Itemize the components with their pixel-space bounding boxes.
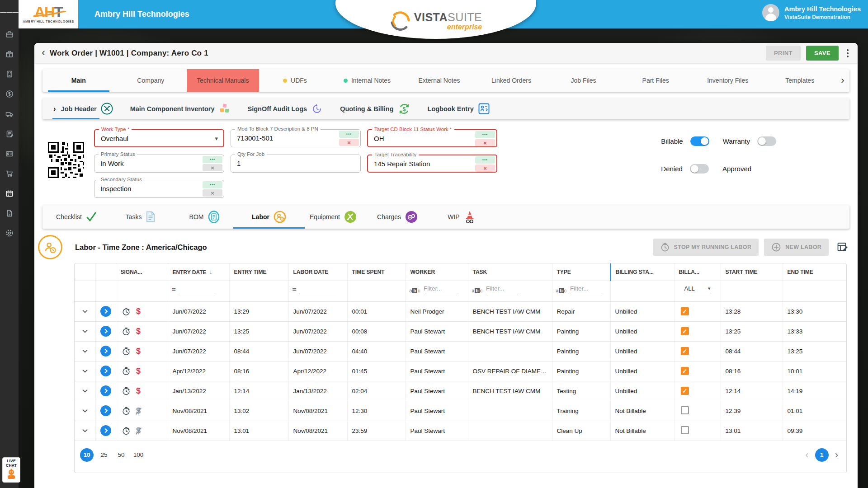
remove-button[interactable]: × <box>339 139 359 146</box>
dropdown-caret-icon[interactable]: ▾ <box>215 130 218 147</box>
expand-row-icon[interactable] <box>82 329 88 333</box>
more-options-button[interactable]: ••• <box>203 181 222 188</box>
work-type-field[interactable]: Work Type * Overhaul ▾ <box>94 129 224 147</box>
tab-checklist[interactable]: Checklist <box>44 205 108 229</box>
primary-status-field[interactable]: Primary Status In Work ••• × <box>94 155 224 173</box>
col-worker[interactable]: WORKER <box>406 263 468 281</box>
target-traceability-field[interactable]: Target Traceability 145 Repair Station •… <box>367 155 497 173</box>
tab-company[interactable]: Company <box>115 69 187 92</box>
col-time-spent[interactable]: TIME SPENT <box>347 263 406 281</box>
menu-icon[interactable] <box>0 0 19 24</box>
equals-filter-icon[interactable]: = <box>292 286 297 293</box>
billable-checkbox[interactable] <box>681 387 689 395</box>
col-billing-status[interactable]: BILLING STA... <box>610 263 674 281</box>
tab-internal-notes[interactable]: Internal Notes <box>331 69 403 92</box>
table-row[interactable]: Jun/07/2022 13:25 Jun/07/2022 00:08 Paul… <box>75 321 846 341</box>
aht-logo[interactable]: AHT AMBRY HILL TECHNOLOGIES <box>19 0 78 28</box>
col-labor-date[interactable]: LABOR DATE <box>288 263 347 281</box>
tab-external-notes[interactable]: External Notes <box>403 69 476 92</box>
customers-idcard-icon[interactable] <box>0 144 19 164</box>
target-cd-field[interactable]: Target CD Block 11 Status Work * OH ••• … <box>367 129 497 147</box>
entry-date-filter-input[interactable] <box>179 285 216 293</box>
task-filter-input[interactable]: Filter... <box>486 285 519 293</box>
jobs-briefcase-icon[interactable] <box>0 24 19 44</box>
page-size-50[interactable]: 50 <box>114 448 128 462</box>
col-type[interactable]: TYPE <box>552 263 610 281</box>
secondary-status-field[interactable]: Secondary Status Inspection ••• × <box>94 180 224 198</box>
current-page[interactable]: 1 <box>815 448 829 462</box>
worker-filter-input[interactable]: Filter... <box>424 285 456 293</box>
user-block[interactable]: Ambry Hill Technologies VistaSuite Demon… <box>762 4 861 21</box>
prev-page-icon[interactable]: ‹ <box>805 450 808 460</box>
table-row[interactable]: Jun/07/2022 13:29 Jun/07/2022 00:01 Neil… <box>75 301 846 321</box>
new-labor-button[interactable]: NEW LABOR <box>764 239 829 256</box>
work-orders-calendar-icon[interactable] <box>0 183 19 203</box>
invoices-document-icon[interactable] <box>0 203 19 223</box>
open-row-button[interactable] <box>100 366 111 376</box>
tab-main[interactable]: Main <box>42 69 115 92</box>
tab-labor[interactable]: Labor <box>237 205 301 229</box>
billable-filter-select[interactable]: ALL▾ <box>684 285 711 293</box>
expand-row-icon[interactable] <box>82 349 88 353</box>
tab-technical-manuals[interactable]: Technical Manuals <box>187 69 259 92</box>
billable-checkbox[interactable] <box>681 307 689 315</box>
tab-job-files[interactable]: Job Files <box>547 69 620 92</box>
labor-date-filter-input[interactable] <box>299 285 336 293</box>
page-size-25[interactable]: 25 <box>97 448 111 462</box>
tab-tasks[interactable]: Tasks <box>108 205 173 229</box>
page-size-100[interactable]: 100 <box>132 448 145 462</box>
subtab-logbook-entry[interactable]: Logbook Entry <box>428 98 490 119</box>
tab-part-files[interactable]: Part Files <box>619 69 692 92</box>
text-filter-abc-icon[interactable]: abc <box>410 288 420 294</box>
equals-filter-icon[interactable]: = <box>172 286 176 293</box>
purchasing-cart-icon[interactable] <box>0 164 19 183</box>
warranty-toggle[interactable] <box>757 136 776 146</box>
tab-udfs[interactable]: UDFs <box>259 69 331 92</box>
text-filter-abc-icon[interactable]: abc <box>556 288 567 294</box>
packages-box-icon[interactable] <box>0 44 19 64</box>
table-row[interactable]: Nov/08/2021 13:02 Nov/08/2021 12:30 Paul… <box>75 401 846 421</box>
work-scope-clipboard-icon[interactable] <box>0 124 19 144</box>
col-end-time[interactable]: END TIME <box>783 263 846 281</box>
denied-approved-toggle[interactable] <box>690 164 709 174</box>
settings-gear-icon[interactable] <box>0 223 19 243</box>
company-building-icon[interactable] <box>0 64 19 84</box>
billable-toggle[interactable] <box>690 136 709 146</box>
clear-button[interactable]: × <box>203 189 222 197</box>
billable-checkbox[interactable] <box>681 426 689 434</box>
expand-row-icon[interactable] <box>82 428 88 433</box>
open-row-button[interactable] <box>100 385 111 396</box>
expand-row-icon[interactable] <box>82 369 88 373</box>
col-entry-date[interactable]: ENTRY DATE↓ <box>168 263 229 281</box>
tab-equipment[interactable]: Equipment <box>301 205 365 229</box>
table-row[interactable]: Jun/07/2022 08:44 Jun/07/2022 04:40 Paul… <box>75 341 846 361</box>
expand-row-icon[interactable] <box>82 389 88 393</box>
tab-templates[interactable]: Templates <box>764 69 836 92</box>
more-options-button[interactable]: ••• <box>475 156 495 164</box>
table-row[interactable]: Apr/12/2022 08:16 Apr/12/2022 01:45 Paul… <box>75 361 846 381</box>
stop-running-labor-button[interactable]: STOP MY RUNNING LABOR <box>653 239 759 256</box>
print-button[interactable]: PRINT <box>766 46 801 61</box>
more-options-button[interactable]: ••• <box>475 131 495 138</box>
billable-checkbox[interactable] <box>681 327 689 335</box>
col-entry-time[interactable]: ENTRY TIME <box>229 263 288 281</box>
back-icon[interactable]: ‹ <box>42 46 45 59</box>
table-row[interactable]: Nov/08/2021 13:01 Nov/08/2021 23:59 Paul… <box>75 421 846 441</box>
billable-checkbox[interactable] <box>681 367 689 375</box>
type-filter-input[interactable]: Filter... <box>570 285 603 293</box>
col-signature[interactable]: SIGNA... <box>116 263 168 281</box>
expand-row-icon[interactable] <box>82 408 88 413</box>
save-button[interactable]: SAVE <box>806 46 839 61</box>
open-row-button[interactable] <box>100 346 111 357</box>
col-start-time[interactable]: START TIME <box>721 263 783 281</box>
billable-checkbox[interactable] <box>681 406 689 414</box>
more-options-button[interactable]: ••• <box>203 156 222 163</box>
open-row-button[interactable] <box>100 326 111 337</box>
qty-for-job-field[interactable]: Qty For Job 1 <box>231 155 361 173</box>
finance-dollar-icon[interactable] <box>0 84 19 104</box>
clear-button[interactable]: × <box>203 164 222 171</box>
next-page-icon[interactable]: › <box>835 450 838 460</box>
live-chat-widget[interactable]: LIVE CHAT <box>2 457 20 483</box>
remove-button[interactable]: × <box>475 139 495 146</box>
subtab-main-component-inventory[interactable]: Main Component Inventory <box>130 98 231 119</box>
